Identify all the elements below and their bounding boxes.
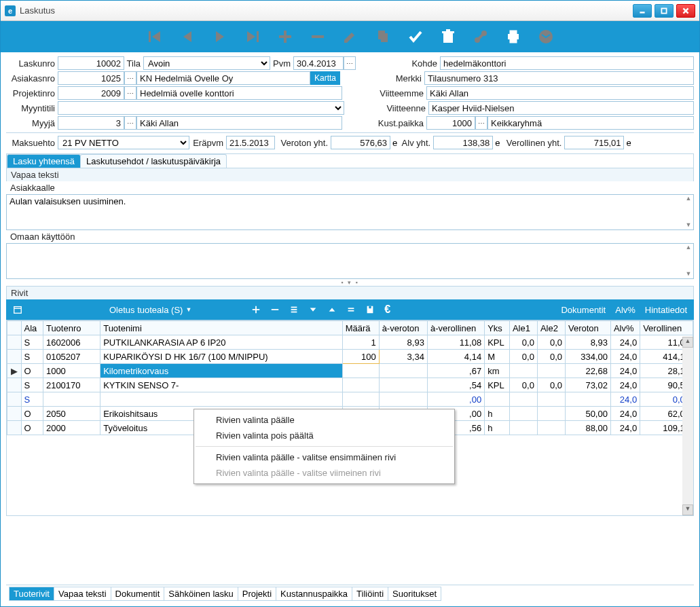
scrollbar[interactable]: ▲▼: [684, 244, 693, 278]
tila-select[interactable]: Avoin: [143, 56, 270, 70]
table-row[interactable]: S0105207KUPARIKÖYSI D HK 16/7 (100 M/NIP…: [7, 350, 693, 364]
last-icon[interactable]: [244, 28, 261, 45]
kartta-button[interactable]: Kartta: [310, 71, 340, 85]
alv-link[interactable]: Alv%: [615, 305, 635, 315]
kohde-input[interactable]: [440, 56, 694, 70]
col-header[interactable]: à-veroton: [379, 321, 427, 335]
dokumentit-link[interactable]: Dokumentit: [561, 305, 606, 315]
asiakasnro-picker[interactable]: ⋯: [124, 71, 136, 85]
euro-icon[interactable]: €: [384, 304, 390, 316]
mail-icon[interactable]: [537, 28, 555, 45]
bottom-tab[interactable]: Projekti: [238, 587, 276, 601]
bottom-tab[interactable]: Suoritukset: [388, 587, 441, 601]
col-header[interactable]: Ala: [21, 321, 43, 335]
bottom-tab[interactable]: Tiliöinti: [352, 587, 388, 601]
ctx-valinta-pois[interactable]: Rivien valinta pois päältä: [194, 428, 454, 443]
pvm-input[interactable]: [293, 56, 344, 70]
col-header[interactable]: Ale1: [509, 321, 537, 335]
myyntitili-select[interactable]: [58, 101, 344, 115]
row-save-icon[interactable]: [365, 305, 375, 314]
minimize-button[interactable]: [633, 4, 652, 18]
col-header[interactable]: Tuotenimi: [100, 321, 342, 335]
svg-rect-21: [14, 307, 22, 314]
table-row[interactable]: S,0024,00,00: [7, 392, 693, 407]
asiakkaalle-textarea[interactable]: Aulan valaisuksen uusiminen.: [7, 195, 693, 227]
myyntitili-label: Myyntitili: [6, 103, 58, 113]
bottom-tab[interactable]: Dokumentit: [111, 587, 165, 601]
row-remove-icon[interactable]: [270, 305, 280, 314]
remove-icon[interactable]: [309, 28, 327, 45]
pvm-picker[interactable]: ⋯: [344, 56, 356, 70]
link-icon[interactable]: [472, 28, 490, 45]
col-header[interactable]: Alv%: [610, 321, 640, 335]
maksuehto-select[interactable]: 21 PV NETTO: [58, 136, 189, 149]
laskunro-input[interactable]: [58, 56, 124, 70]
maximize-button[interactable]: [655, 4, 674, 18]
viitteenne-input[interactable]: [428, 101, 694, 115]
close-button[interactable]: [676, 4, 695, 18]
col-header[interactable]: Veroton: [565, 321, 610, 335]
verollinen-label: Verollinen yht.: [502, 138, 564, 148]
trash-icon[interactable]: [439, 28, 457, 45]
viitteemme-input[interactable]: [426, 86, 694, 100]
table-row[interactable]: S1602006PUTKILANKARASIA AP 6 IP2018,9311…: [7, 335, 693, 350]
tab-laskutusehdot[interactable]: Laskutusehdot / laskutuspäiväkirja: [80, 154, 227, 168]
row-up-icon[interactable]: [327, 305, 337, 314]
pvm-label: Pvm: [270, 58, 293, 69]
context-menu: Rivien valinta päälle Rivien valinta poi…: [194, 409, 455, 484]
confirm-icon[interactable]: [407, 28, 424, 45]
edit-icon[interactable]: [342, 28, 359, 45]
bottom-tab[interactable]: Sähköinen lasku: [164, 587, 238, 601]
prev-icon[interactable]: [179, 28, 196, 45]
col-header[interactable]: Tuotenro: [43, 321, 100, 335]
scrollbar[interactable]: ▲▼: [684, 195, 693, 229]
calendar-icon[interactable]: [13, 305, 22, 314]
add-icon[interactable]: [276, 28, 294, 45]
projektinro-picker[interactable]: ⋯: [124, 86, 136, 100]
tuoteala-dropdown[interactable]: Oletus tuoteala (S) ▼: [109, 305, 191, 315]
row-equals-icon[interactable]: [346, 305, 356, 314]
erapvm-input[interactable]: [226, 136, 275, 149]
col-header[interactable]: Verollinen: [640, 321, 693, 335]
alvyht-label: Alv yht.: [399, 138, 433, 148]
form-area: Laskunro Tila Avoin Pvm ⋯ Kohde Asiakasn…: [1, 52, 699, 153]
table-row[interactable]: S2100170KYTKIN SENSO 7-,54KPL0,00,073,02…: [7, 378, 693, 392]
projekti-nimi-input[interactable]: [136, 86, 342, 100]
myyja-nro-input[interactable]: [58, 116, 124, 130]
projektinro-input[interactable]: [58, 86, 124, 100]
bottom-tab[interactable]: Tuoterivit: [9, 587, 54, 601]
ctx-valitse-ensimmainen[interactable]: Rivien valinta päälle - valitse ensimmäi…: [194, 449, 454, 465]
col-header[interactable]: Yks: [485, 321, 510, 335]
bottom-tab[interactable]: Vapaa teksti: [54, 587, 111, 601]
svg-rect-29: [348, 308, 354, 309]
row-list-icon[interactable]: [289, 305, 299, 314]
ctx-valinta-paalle[interactable]: Rivien valinta päälle: [194, 412, 454, 428]
table-row[interactable]: ▶O1000Kilometrikorvaus,67km22,6824,028,1…: [7, 364, 693, 378]
first-icon[interactable]: [146, 28, 164, 45]
row-down-icon[interactable]: [308, 305, 318, 314]
next-icon[interactable]: [211, 28, 229, 45]
myyja-nimi-input[interactable]: [136, 116, 342, 130]
col-header[interactable]: [7, 321, 22, 335]
copy-icon[interactable]: [374, 28, 392, 45]
bottom-tab[interactable]: Kustannuspaikka: [276, 587, 352, 601]
myyja-picker[interactable]: ⋯: [124, 116, 136, 130]
print-icon[interactable]: [504, 28, 522, 45]
tab-lasku-yhteensa[interactable]: Lasku yhteensä: [7, 154, 81, 168]
asiakas-nimi-input[interactable]: [136, 71, 310, 85]
col-header[interactable]: Määrä: [342, 321, 379, 335]
col-header[interactable]: à-verollinen: [427, 321, 484, 335]
merkki-input[interactable]: [424, 71, 694, 85]
resize-handle[interactable]: ▪ ▾ ▪: [1, 279, 699, 286]
col-header[interactable]: Ale2: [537, 321, 565, 335]
kustpaikka-picker[interactable]: ⋯: [475, 116, 487, 130]
ctx-valitse-viimeinen[interactable]: Rivien valinta päälle - valitse viimeine…: [194, 465, 454, 481]
asiakkaalle-label: Asiakkaalle: [6, 181, 694, 194]
grid-scrollbar[interactable]: ▲▼: [682, 337, 693, 515]
kustpaikka-nimi-input[interactable]: [487, 116, 694, 130]
hintatiedot-link[interactable]: Hintatiedot: [645, 305, 687, 315]
omaan-textarea[interactable]: [7, 244, 693, 276]
asiakasnro-input[interactable]: [58, 71, 124, 85]
row-add-icon[interactable]: [251, 305, 261, 314]
kustpaikka-nro-input[interactable]: [426, 116, 475, 130]
